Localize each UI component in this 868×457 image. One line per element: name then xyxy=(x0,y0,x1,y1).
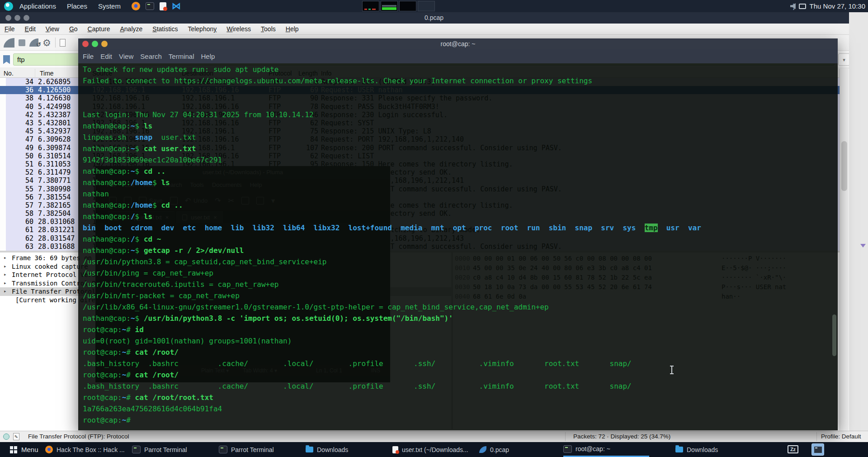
workspace-2[interactable] xyxy=(381,1,398,11)
vscode-launcher-icon[interactable]: ⋈ xyxy=(172,2,181,10)
taskbar-item-label: Parrot Terminal xyxy=(144,446,187,453)
workspace-window-mark xyxy=(382,5,396,7)
terminal-output-text: /usr/lib/x86_64-linux-gnu/gstreamer1.0/g… xyxy=(83,303,549,311)
terminal-titlebar[interactable]: root@cap: ~ xyxy=(78,38,838,49)
expand-arrow-icon[interactable]: ▸ xyxy=(4,254,7,262)
restart-capture-icon[interactable]: ↺ xyxy=(29,38,38,47)
wireshark-menu-help[interactable]: Help xyxy=(286,25,299,33)
terminal-menu-view[interactable]: View xyxy=(119,52,133,60)
wireshark-scrollbar[interactable] xyxy=(840,69,849,431)
terminal-launcher-icon[interactable] xyxy=(146,2,154,10)
terminal-menu-terminal[interactable]: Terminal xyxy=(169,52,194,60)
filter-bookmark-icon[interactable] xyxy=(3,55,10,64)
window-maximize-icon[interactable] xyxy=(101,41,108,47)
window-maximize-icon[interactable] xyxy=(24,15,29,21)
terminal-menu-file[interactable]: File xyxy=(83,52,94,60)
expand-arrow-icon[interactable]: ▸ xyxy=(4,271,7,279)
terminal-menu-edit[interactable]: Edit xyxy=(100,52,112,60)
wireshark-titlebar[interactable]: 0.pcap xyxy=(0,12,868,24)
taskbar-item-label: 0.pcap xyxy=(490,446,509,453)
window-minimize-icon[interactable] xyxy=(14,15,20,21)
expand-arrow-icon[interactable]: ▸ xyxy=(4,287,7,296)
terminal-line: nathan@cap:~$ cd .. xyxy=(83,166,838,177)
scrollbar-thumb[interactable] xyxy=(841,141,847,191)
taskbar-item-user-txt-downloads-[interactable]: user.txt (~/Downloads... xyxy=(392,442,478,457)
terminal-scrollbar[interactable] xyxy=(832,314,836,356)
tray-active-terminal-icon[interactable] xyxy=(811,443,824,456)
wireshark-menu-go[interactable]: Go xyxy=(69,25,78,33)
wireshark-menu-tools[interactable]: Tools xyxy=(261,25,276,33)
tray-inhibit-icon[interactable]: Zz xyxy=(788,445,798,453)
expand-arrow-icon[interactable]: ▸ xyxy=(4,279,7,288)
stop-capture-icon[interactable] xyxy=(19,39,25,46)
window-close-icon[interactable] xyxy=(82,41,89,47)
taskbar-item-0-pcap[interactable]: 0.pcap xyxy=(479,442,565,457)
wireshark-menu-analyze[interactable]: Analyze xyxy=(120,25,142,33)
terminal-line: root@cap:~# cat /root/root.txt xyxy=(83,392,838,403)
capture-comment-icon[interactable]: ✎ xyxy=(13,433,19,440)
taskbar-item-parrot-terminal[interactable]: Parrot Terminal xyxy=(219,442,305,457)
expert-info-icon[interactable] xyxy=(3,433,9,440)
workspace-1[interactable] xyxy=(362,1,379,11)
capture-options-icon[interactable]: ⚙ xyxy=(42,38,51,48)
terminal-menu-search[interactable]: Search xyxy=(140,52,162,60)
expand-arrow-icon[interactable]: ▸ xyxy=(4,262,7,271)
wireshark-menu-wireless[interactable]: Wireless xyxy=(226,25,251,33)
toolbar-separator xyxy=(55,38,56,48)
menu-places[interactable]: Places xyxy=(67,2,87,10)
packet-cell: 36 xyxy=(0,86,35,94)
wireshark-menu-telephony[interactable]: Telephony xyxy=(188,25,217,33)
window-minimize-icon[interactable] xyxy=(92,41,98,47)
terminal-line: root@cap:~# xyxy=(83,414,838,426)
clock[interactable]: Thu Nov 27, 10:30 xyxy=(810,2,865,10)
window-close-icon[interactable] xyxy=(5,15,11,21)
packet-cell: 60 xyxy=(0,218,35,226)
terminal-content[interactable]: To check for new updates run: sudo apt u… xyxy=(78,63,838,430)
workspace-3[interactable] xyxy=(399,1,416,11)
terminal-command-text: cat /root/ xyxy=(135,371,179,379)
taskbar-menu-button[interactable]: Menu xyxy=(10,442,38,457)
workspace-4[interactable] xyxy=(418,1,435,11)
menu-system[interactable]: System xyxy=(98,2,121,10)
terminal-menu-help[interactable]: Help xyxy=(201,52,215,60)
taskbar-item-parrot-terminal[interactable]: Parrot Terminal xyxy=(132,442,218,457)
start-capture-icon[interactable] xyxy=(4,38,14,48)
terminal-line: nathan@cap:/home$ ls xyxy=(83,177,838,188)
workspace-window-mark xyxy=(382,7,396,10)
open-file-icon[interactable] xyxy=(60,39,66,47)
wireshark-menu-edit[interactable]: Edit xyxy=(25,25,36,33)
terminal-line: /usr/bin/mtr-packet = cap_net_raw+ep xyxy=(83,290,838,301)
terminal-output-text: $ xyxy=(135,122,144,130)
display-icon[interactable] xyxy=(799,4,806,9)
terminal-window-title: root@cap: ~ xyxy=(78,38,838,49)
terminal-output-text: # xyxy=(126,416,135,424)
wireshark-menu-view[interactable]: View xyxy=(46,25,59,33)
terminal-line: bin boot cdrom dev etc home lib lib32 li… xyxy=(83,222,838,233)
terminal-output-text: /usr/bin/traceroute6.iputils = cap_net_r… xyxy=(83,280,278,289)
terminal-command-text: getcap -r / 2>/dev/null xyxy=(144,246,244,255)
taskbar-item-hack-the-box-hack-[interactable]: Hack The Box :: Hack ... xyxy=(45,442,131,457)
taskbar-item-downloads[interactable]: Downloads xyxy=(306,442,392,457)
statusbar-separator xyxy=(816,432,817,441)
wireshark-menu-capture[interactable]: Capture xyxy=(88,25,110,33)
workspace-switcher[interactable] xyxy=(362,1,435,11)
terminal-output-text: # xyxy=(126,348,135,357)
packet-cell: 45 xyxy=(0,127,35,135)
menu-grid-icon xyxy=(10,446,17,453)
statusbar-profile[interactable]: Profile: Default xyxy=(821,433,861,440)
menu-applications[interactable]: Applications xyxy=(19,2,56,10)
scrollbar-arrow-icon[interactable] xyxy=(860,244,866,248)
parrot-logo-icon[interactable] xyxy=(4,2,13,11)
taskbar-item-root-cap-[interactable]: root@cap: ~ xyxy=(563,442,649,457)
wireshark-menu-file[interactable]: File xyxy=(5,25,15,33)
filter-dropdown-icon[interactable]: ▾ xyxy=(838,53,850,66)
terminal-output-text: nathan@cap: xyxy=(83,144,131,153)
firefox-launcher-icon[interactable] xyxy=(132,2,140,10)
terminal-line: root@cap:~# cat /root/ xyxy=(83,347,838,358)
wireshark-window-title: 0.pcap xyxy=(0,12,868,24)
text-editor-launcher-icon[interactable] xyxy=(160,2,166,10)
col-no[interactable]: No. xyxy=(0,69,35,78)
terminal-command-text: cat /root/root.txt xyxy=(135,393,213,402)
wireshark-menu-statistics[interactable]: Statistics xyxy=(152,25,178,33)
taskbar-item-downloads[interactable]: Downloads xyxy=(675,442,761,457)
